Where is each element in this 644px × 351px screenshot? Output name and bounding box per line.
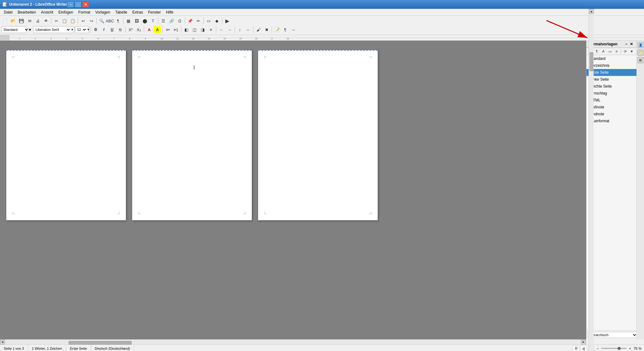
font-size-dropdown[interactable]: 89101112141618202428364872 ▼ (75, 26, 89, 33)
zoom-out-icon[interactable]: − (596, 347, 600, 350)
horizontal-scrollbar[interactable]: ◄ ► (0, 339, 586, 344)
underline-button[interactable]: U (108, 26, 116, 33)
hscroll-track[interactable] (5, 340, 581, 344)
email-button[interactable]: ✉ (26, 17, 33, 24)
bullets-button[interactable]: ≡• (164, 26, 172, 33)
special-char-button[interactable]: Ω (176, 17, 184, 24)
sidebar-tb-refresh[interactable]: ⟳ (622, 49, 628, 54)
sidebar-close-button[interactable]: ✕ (629, 42, 634, 46)
copy-button[interactable]: 📋 (61, 17, 68, 24)
style-arrow-button[interactable]: ▼ (27, 26, 33, 33)
bookmark-button[interactable]: 📌 (186, 17, 194, 24)
image-button[interactable]: 🖼 (133, 17, 140, 24)
menu-item-datei[interactable]: Datei (1, 9, 15, 15)
shapes-button[interactable]: ◆ (213, 17, 221, 24)
menu-item-extras[interactable]: Extras (130, 9, 145, 15)
zoom-slider[interactable] (601, 346, 626, 351)
right-icon-1[interactable]: 👤 (637, 42, 644, 48)
page-2[interactable]: | (132, 50, 252, 220)
zoom-in-icon[interactable]: + (628, 347, 632, 350)
list-button[interactable]: ☰ (160, 17, 167, 24)
zoom-track[interactable] (601, 348, 626, 349)
align-right-button[interactable]: ◨ (199, 26, 206, 33)
sidebar-min-button[interactable]: − (624, 42, 628, 46)
sidebar-item-9[interactable]: Querformat (586, 118, 636, 124)
sidebar-item-7[interactable]: Fußnote (586, 104, 636, 111)
menu-item-fenster[interactable]: Fenster (145, 9, 163, 15)
menu-item-einfügen[interactable]: Einfügen (56, 9, 76, 15)
superscript-button[interactable]: X² (127, 26, 134, 33)
minimize-button[interactable]: – (67, 1, 74, 8)
find-button[interactable]: 🔍 (98, 17, 105, 24)
redo-button[interactable]: ↪ (88, 17, 95, 24)
font-name-select[interactable]: Liberation SerifArialTimes New RomanCour… (34, 26, 71, 33)
bold-button[interactable]: B (92, 26, 99, 33)
hscroll-left-button[interactable]: ◄ (0, 340, 5, 345)
indent-more-button[interactable]: → (226, 26, 233, 33)
paragraph-style-select[interactable]: StandardÜberschrift 1Überschrift 2Übersc… (2, 26, 29, 33)
print-button[interactable]: 🖨 (34, 17, 42, 24)
paragraph-style-dropdown[interactable]: StandardÜberschrift 1Überschrift 2Übersc… (1, 26, 26, 33)
navigator-button[interactable]: ▶ (223, 17, 231, 24)
numbering-button[interactable]: ≡1 (172, 26, 180, 33)
paste-button[interactable]: 📋 (69, 17, 76, 24)
draw-button[interactable]: ✏ (195, 17, 202, 24)
subscript-button[interactable]: X₂ (135, 26, 143, 33)
menu-item-hilfe[interactable]: Hilfe (163, 9, 176, 15)
align-center-button[interactable]: ◫ (191, 26, 198, 33)
sidebar-hierarchy-select[interactable]: HierarchischAlle VorlagenAngewandte Vorl… (588, 332, 637, 338)
clear-format-button[interactable]: ✖ (263, 26, 270, 33)
sidebar-item-5[interactable]: Umschlag (586, 90, 636, 97)
highlight-color-button[interactable]: A (154, 26, 161, 33)
highlight-button[interactable]: ▭ (205, 17, 212, 24)
sidebar-item-0[interactable]: Standard (586, 55, 636, 62)
menu-item-vorlagen[interactable]: Vorlagen (93, 9, 113, 15)
align-left-button[interactable]: ◧ (183, 26, 190, 33)
link-button[interactable]: 🔗 (168, 17, 175, 24)
hscroll-right-button[interactable]: ► (581, 340, 586, 345)
sidebar-tb-2[interactable]: ¶ (594, 49, 600, 54)
font-size-select[interactable]: 89101112141618202428364872 (75, 26, 87, 33)
spellcheck-button[interactable]: ABC (106, 17, 114, 24)
sidebar-item-2[interactable]: Erste Seite (586, 69, 636, 76)
sidebar-item-8[interactable]: Endnote (586, 111, 636, 118)
textbox-button[interactable]: T (149, 17, 157, 24)
table-button[interactable]: ▦ (125, 17, 132, 24)
sidebar-item-1[interactable]: Verzeichnis (586, 62, 636, 69)
sidebar-tb-4[interactable]: ▭ (607, 49, 613, 54)
font-name-dropdown[interactable]: Liberation SerifArialTimes New RomanCour… (33, 26, 74, 33)
status-icon-2[interactable]: 🖨 (580, 346, 587, 351)
preview-button[interactable]: 👁 (42, 17, 50, 24)
sidebar-item-6[interactable]: HTML (586, 97, 636, 104)
sidebar-tb-dropdown[interactable]: ▼ (629, 49, 635, 54)
undo-button[interactable]: ↩ (79, 17, 87, 24)
circle-button[interactable]: ⬤ (141, 17, 149, 24)
save-button[interactable]: 💾 (18, 17, 25, 24)
menu-item-ansicht[interactable]: Ansicht (38, 9, 56, 15)
close-button[interactable]: ✕ (82, 1, 89, 8)
line-spacing-button[interactable]: ↕ (236, 26, 244, 33)
track-changes-button[interactable]: 📝 (273, 26, 281, 33)
menu-item-format[interactable]: Format (76, 9, 93, 15)
menu-item-bearbeiten[interactable]: Bearbeiten (15, 9, 38, 15)
hscroll-thumb[interactable] (69, 341, 132, 345)
font-color-button[interactable]: A (145, 26, 153, 33)
sidebar-item-3[interactable]: Linke Seite (586, 76, 636, 83)
document-canvas[interactable]: | ▲ ▼ (0, 41, 586, 339)
right-icon-2[interactable]: 📁 (637, 49, 644, 56)
format-marks-button[interactable]: ¶ (114, 17, 122, 24)
open-button[interactable]: 📂 (9, 17, 17, 24)
insert-mode-button[interactable]: ↔ (290, 26, 297, 33)
toggle-marks-button[interactable]: ¶ (281, 26, 289, 33)
right-icon-3[interactable]: ⚙ (637, 57, 644, 63)
sidebar-item-4[interactable]: Rechte Seite (586, 83, 636, 90)
strikethrough-button[interactable]: S (116, 26, 124, 33)
character-spacing-button[interactable]: ↔ (244, 26, 252, 33)
sidebar-tb-5[interactable]: ≡ (613, 49, 620, 54)
format-paintbrush[interactable]: 🖌 (255, 26, 262, 33)
cut-button[interactable]: ✂ (53, 17, 60, 24)
sidebar-tb-3[interactable]: A (600, 49, 607, 54)
menu-item-tabelle[interactable]: Tabelle (113, 9, 130, 15)
italic-button[interactable]: I (100, 26, 108, 33)
new-button[interactable]: 📄 (1, 17, 9, 24)
